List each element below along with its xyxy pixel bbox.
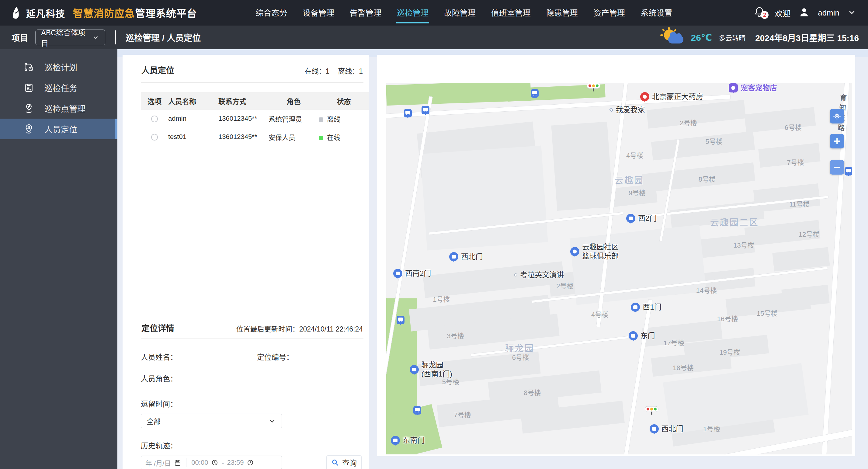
sidebar-item-inspection-plan[interactable]: 巡检计划 bbox=[0, 57, 117, 77]
bus-icon bbox=[531, 89, 538, 98]
bus-icon bbox=[422, 106, 429, 114]
building-label: 2号楼 bbox=[680, 117, 697, 127]
notification-bell-icon[interactable]: 2 bbox=[753, 6, 767, 20]
cell-phone: 136012345** bbox=[218, 128, 269, 146]
gate-pin-icon bbox=[410, 365, 419, 374]
table-row-admin[interactable]: admin 136012345** 系统管理员 离线 bbox=[141, 110, 369, 128]
gate-marker[interactable]: 西北门 bbox=[449, 252, 483, 261]
bus-icon bbox=[845, 167, 852, 176]
zoom-in-button[interactable]: + bbox=[830, 134, 844, 149]
building-label: 13号楼 bbox=[733, 240, 754, 249]
building-label: 1号楼 bbox=[703, 424, 720, 433]
map-canvas[interactable]: 宠客宠物店北京蒙正大药房我爱我家2号楼6号楼5号楼4号楼7号楼8号楼云趣园9号楼… bbox=[386, 83, 852, 455]
area-label: 云趣园二区 bbox=[710, 215, 759, 228]
detail-header: 定位详情 位置最后更新时间：2024/10/11 22:46:24 bbox=[141, 322, 364, 339]
sidebar-item-personnel-location[interactable]: 人员定位 bbox=[0, 119, 117, 139]
building-label: 7号楼 bbox=[454, 409, 471, 419]
agency-marker[interactable]: 我爱我家 bbox=[610, 105, 645, 114]
query-button-label: 查询 bbox=[342, 457, 357, 468]
zoom-out-button[interactable]: − bbox=[830, 160, 844, 175]
clipboard-list-icon bbox=[24, 83, 34, 93]
bus-stop-icon bbox=[422, 106, 429, 114]
col-phone: 联系方式 bbox=[218, 92, 269, 110]
history-track-label: 历史轨迹： bbox=[141, 440, 177, 450]
status-dot-online bbox=[319, 136, 323, 140]
datetime: 2024年8月3日星期三 15:16 bbox=[755, 31, 859, 43]
building-label: 18号楼 bbox=[673, 362, 693, 372]
gate-marker[interactable]: 东门 bbox=[629, 331, 655, 340]
bus-stop-icon bbox=[845, 167, 852, 176]
club-marker[interactable]: 云趣园社区 篮球俱乐部 bbox=[570, 242, 619, 261]
person-name-label: 人员姓名： bbox=[141, 351, 177, 362]
weather-sun-cloud-icon bbox=[661, 29, 684, 46]
breadcrumb: 巡检管理 / 人员定位 bbox=[126, 31, 201, 43]
detail-fields: 人员姓名： 定位编号： 人员角色： 逗留时间： 全部 历史轨迹： 年 /月/日 bbox=[141, 351, 364, 469]
nav-item-duty-room-mgmt[interactable]: 值班室管理 bbox=[491, 2, 531, 24]
building-label: 4号楼 bbox=[626, 150, 643, 160]
building-label: 4号楼 bbox=[591, 309, 608, 319]
building-label: 8号楼 bbox=[698, 174, 715, 183]
locate-button[interactable] bbox=[830, 109, 844, 124]
bus-stop-icon bbox=[531, 89, 538, 98]
gate-marker[interactable]: 东南门 bbox=[391, 436, 425, 445]
divider bbox=[115, 30, 116, 44]
nav-item-inspection-mgmt[interactable]: 巡检管理 bbox=[396, 2, 429, 24]
building-label: 2号楼 bbox=[556, 280, 573, 290]
date-input[interactable]: 年 /月/日 bbox=[145, 458, 171, 467]
building-label: 6号楼 bbox=[785, 122, 802, 132]
logo-icon bbox=[8, 5, 24, 21]
online-offline-counts: 在线：1 离线：1 bbox=[304, 65, 363, 76]
time-range-separator: - bbox=[221, 458, 224, 467]
sidebar-item-inspection-point-mgmt[interactable]: 巡检点管理 bbox=[0, 98, 117, 119]
project-select-value: ABC综合体项目 bbox=[41, 27, 92, 48]
calendar-icon[interactable] bbox=[174, 459, 181, 466]
time-end-input[interactable]: 23:59 bbox=[227, 459, 244, 467]
nav-item-asset-mgmt[interactable]: 资产管理 bbox=[593, 2, 626, 24]
building-label: 1号楼 bbox=[433, 294, 450, 304]
building-label: 5号楼 bbox=[442, 376, 459, 386]
project-bar: 项目 ABC综合体项目 巡检管理 / 人员定位 26℃ 多云转晴 2024年8月… bbox=[0, 26, 868, 49]
time-start-input[interactable]: 00:00 bbox=[191, 459, 208, 467]
map-building-block bbox=[651, 131, 755, 161]
brand-name: 延凡科技 bbox=[26, 6, 65, 20]
nav-item-fault-mgmt[interactable]: 故障管理 bbox=[443, 2, 476, 24]
table-row-test01[interactable]: test01 136012345** 安保人员 在线 bbox=[141, 128, 369, 146]
nav-item-system-settings[interactable]: 系统设置 bbox=[640, 2, 673, 24]
poi-red-pin-icon bbox=[640, 92, 649, 101]
query-button[interactable]: 查询 bbox=[326, 455, 362, 469]
building-label: 11号楼 bbox=[789, 198, 810, 208]
brand: 延凡科技 智慧消防应急管理系统平台 bbox=[8, 5, 197, 21]
poi-dot-icon bbox=[514, 274, 517, 277]
nav-item-situation[interactable]: 综合态势 bbox=[255, 2, 288, 24]
gate-marker[interactable]: 西北门 bbox=[650, 424, 683, 433]
nav-item-alarm-mgmt[interactable]: 告警管理 bbox=[349, 2, 382, 24]
nav-item-device-mgmt[interactable]: 设备管理 bbox=[302, 2, 335, 24]
row-radio[interactable] bbox=[151, 116, 158, 122]
stay-time-select[interactable]: 全部 bbox=[141, 414, 282, 428]
building-label: 3号楼 bbox=[447, 330, 464, 340]
row-radio[interactable] bbox=[151, 134, 158, 140]
pharmacy-marker[interactable]: 北京蒙正大药房 bbox=[640, 92, 703, 101]
poi-marker[interactable]: 考拉英文演讲 bbox=[514, 271, 564, 280]
building-label: 15号楼 bbox=[757, 308, 777, 317]
sidebar-item-label: 人员定位 bbox=[44, 123, 77, 135]
main-nav: 综合态势 设备管理 告警管理 巡检管理 故障管理 值班室管理 隐患管理 资产管理… bbox=[255, 2, 673, 24]
datetime-range-input[interactable]: 年 /月/日 00:00 - 23:59 bbox=[141, 456, 282, 469]
project-select[interactable]: ABC综合体项目 bbox=[35, 30, 105, 45]
petshop-marker[interactable]: 宠客宠物店 bbox=[729, 83, 777, 92]
gate-marker[interactable]: 西南2门 bbox=[393, 269, 431, 278]
gate-pin-icon bbox=[391, 436, 400, 445]
personnel-table: 选项 人员名称 联系方式 角色 状态 admin 136012345** 系统管… bbox=[141, 92, 369, 146]
poi-purple-pin-icon bbox=[729, 83, 738, 92]
gate-marker[interactable]: 西2门 bbox=[626, 214, 657, 223]
cell-role: 系统管理员 bbox=[269, 110, 319, 128]
topbar: 延凡科技 智慧消防应急管理系统平台 综合态势 设备管理 告警管理 巡检管理 故障… bbox=[0, 0, 868, 26]
user-menu-chevron-icon[interactable] bbox=[847, 8, 857, 18]
panel-title: 人员定位 bbox=[142, 64, 174, 76]
col-role: 角色 bbox=[269, 92, 319, 110]
sidebar-item-inspection-task[interactable]: 巡检任务 bbox=[0, 77, 117, 98]
spacer bbox=[123, 146, 369, 322]
nav-item-hazard-mgmt[interactable]: 隐患管理 bbox=[546, 2, 579, 24]
map-ground-block bbox=[420, 146, 548, 250]
gate-marker[interactable]: 西1门 bbox=[631, 303, 661, 312]
